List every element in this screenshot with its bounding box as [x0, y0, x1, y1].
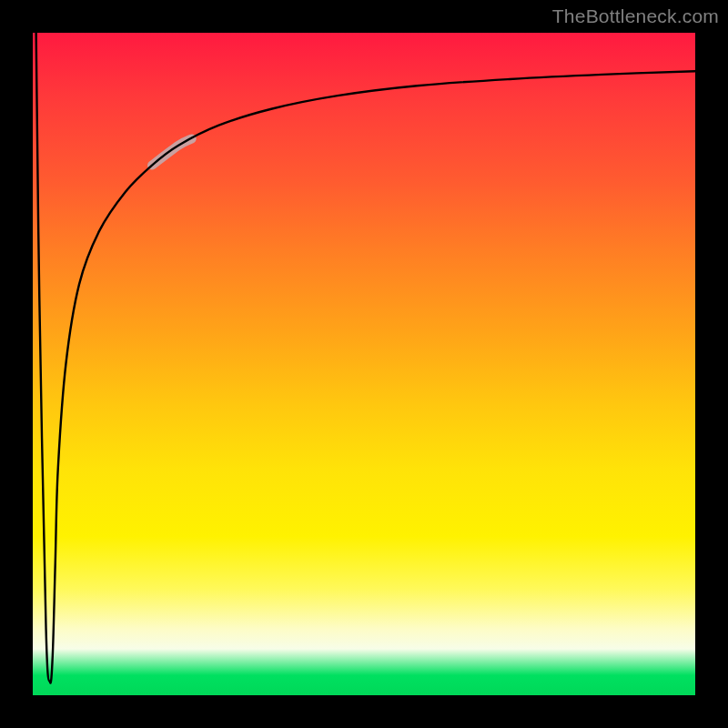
bottleneck-curve	[36, 33, 695, 683]
plot-area	[33, 33, 695, 695]
attribution-text: TheBottleneck.com	[552, 5, 719, 27]
curve-layer	[33, 33, 695, 695]
chart-stage: TheBottleneck.com	[0, 0, 728, 728]
